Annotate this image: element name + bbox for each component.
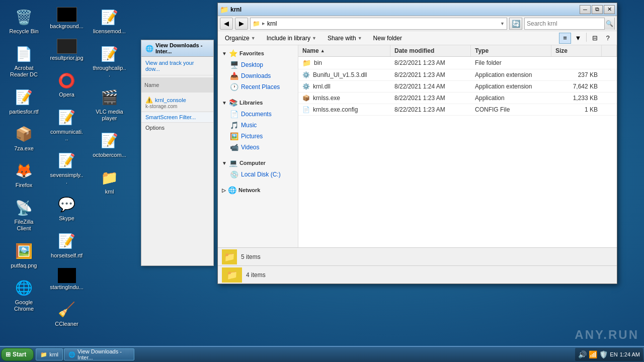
back-button[interactable]: ◀ xyxy=(220,18,233,30)
sidebar-item-videos[interactable]: 📹 Videos xyxy=(218,142,298,153)
exe-icon: 📦 xyxy=(302,95,310,102)
address-dropdown-icon[interactable]: ▼ xyxy=(500,21,505,26)
address-bar[interactable]: 📁 ▸ krnl ▼ xyxy=(250,18,507,30)
chrome-icon[interactable]: 🌐 Google Chrome xyxy=(5,276,43,314)
include-library-button[interactable]: Include in library ▼ xyxy=(263,34,320,43)
search-button[interactable]: 🔍 xyxy=(604,18,614,30)
pictures-icon: 🖼️ xyxy=(230,132,238,140)
ccleaner-label: CCleaner xyxy=(55,321,78,327)
resultprior-icon[interactable]: resultprior.jpg xyxy=(48,37,86,63)
videos-icon: 📹 xyxy=(230,143,238,151)
sidebar-libraries-header[interactable]: ▼ 📚 Libraries xyxy=(218,97,298,109)
horseitself-icon[interactable]: 📝 horseitself.rtf xyxy=(48,229,86,261)
table-row[interactable]: ⚙️ Bunifu_UI_v1.5.3.dll 8/22/2021 1:23 A… xyxy=(298,69,617,81)
file-date-cell: 8/22/2021 1:23 AM xyxy=(390,104,471,115)
throughcalip-icon[interactable]: 📝 throughcalip... xyxy=(91,42,128,80)
sidebar-item-pictures[interactable]: 🖼️ Pictures xyxy=(218,131,298,142)
include-library-chevron: ▼ xyxy=(312,36,316,41)
documents-icon: 📄 xyxy=(230,110,238,118)
sidebar-computer-header[interactable]: ▼ 💻 Computer xyxy=(218,157,298,169)
sidebar-favorites-header[interactable]: ▼ ⭐ Favorites xyxy=(218,47,298,59)
downloads-item[interactable]: ⚠️ krnl_console k-storage.com xyxy=(141,95,213,112)
table-row[interactable]: 📁 bin 8/22/2021 1:23 AM File folder xyxy=(298,57,617,69)
skype-icon[interactable]: 💬 Skype xyxy=(48,192,86,224)
sidebar-divider2 xyxy=(218,153,298,157)
organize-button[interactable]: Organize ▼ xyxy=(221,34,260,43)
close-button[interactable]: ✕ xyxy=(604,5,615,14)
options-btn[interactable]: Options xyxy=(141,122,213,133)
sidebar-item-documents[interactable]: 📄 Documents xyxy=(218,109,298,120)
column-type[interactable]: Type xyxy=(471,45,551,56)
minimize-button[interactable]: ─ xyxy=(580,5,591,14)
share-with-button[interactable]: Share with ▼ xyxy=(324,34,366,43)
column-extra xyxy=(602,45,617,56)
speaker-icon[interactable]: 🔊 xyxy=(578,350,587,358)
refresh-button[interactable]: 🔄 xyxy=(509,18,522,30)
column-size[interactable]: Size xyxy=(551,45,602,56)
file-name-cell: 📄 krnlss.exe.config xyxy=(298,104,390,115)
details-view-button[interactable]: ≡ xyxy=(559,33,571,44)
communication-icon[interactable]: 📝 communicati... xyxy=(48,106,86,144)
acrobat-icon[interactable]: 📄 Acrobat Reader DC xyxy=(5,42,43,80)
column-date[interactable]: Date modified xyxy=(390,45,471,56)
ccleaner-icon[interactable]: 🧹 CCleaner xyxy=(48,298,86,329)
restore-button[interactable]: ⧉ xyxy=(592,5,603,14)
file-size-cell: 7,642 KB xyxy=(551,81,602,92)
sidebar-item-recent-places[interactable]: 🕐 Recent Places xyxy=(218,81,298,93)
status-items-count: 5 items xyxy=(241,253,261,260)
ie-icon: 🌐 xyxy=(145,45,153,52)
downloads-toolbar: Name xyxy=(141,77,213,93)
downloads-panel-header[interactable]: 🌐 View Downloads - Inter... xyxy=(141,40,213,57)
network-tray-icon[interactable]: 📶 xyxy=(589,350,597,358)
file-size-cell: 237 KB xyxy=(551,69,602,80)
preview-pane-button[interactable]: ⊟ xyxy=(589,33,601,44)
startingind-label: startingIndu... xyxy=(50,284,84,291)
krnl-desktop-icon[interactable]: 📁 krnl xyxy=(91,165,128,197)
background-icon[interactable]: background... xyxy=(48,5,86,32)
file-type-cell: Application extension xyxy=(471,81,551,92)
column-name[interactable]: Name ▲ xyxy=(298,45,390,56)
table-row[interactable]: 📄 krnlss.exe.config 8/22/2021 1:23 AM CO… xyxy=(298,104,617,116)
licensemod-icon[interactable]: 📝 licensemod... xyxy=(91,5,128,37)
taskbar-item-downloads[interactable]: 🌐 View Downloads - Inter... xyxy=(64,348,134,360)
table-row[interactable]: ⚙️ krnl.dll 8/22/2021 1:24 AM Applicatio… xyxy=(298,81,617,93)
shield-icon[interactable]: 🛡️ xyxy=(599,350,608,358)
octobercom-icon[interactable]: 📝 octobercom... xyxy=(91,129,128,160)
view-dropdown-button[interactable]: ▼ xyxy=(572,33,584,44)
7za-icon[interactable]: 📦 7za.exe xyxy=(5,122,43,154)
sidebar-item-local-disk[interactable]: 💿 Local Disk (C:) xyxy=(218,169,298,180)
table-row[interactable]: 📦 krnlss.exe 8/22/2021 1:23 AM Applicati… xyxy=(298,93,617,104)
forward-button[interactable]: ▶ xyxy=(235,18,248,30)
file-size-cell: 1 KB xyxy=(551,104,602,115)
secondary-toolbar: Organize ▼ Include in library ▼ Share wi… xyxy=(218,31,617,45)
sidebar-network-header[interactable]: ▷ 🌐 Network xyxy=(218,184,298,196)
startingind-icon[interactable]: startingIndu... xyxy=(48,266,86,293)
downloads-panel: 🌐 View Downloads - Inter... View and tra… xyxy=(141,40,214,266)
sevensimply-icon[interactable]: 📝 sevensimply... xyxy=(48,149,86,187)
filezilla-icon[interactable]: 📡 FileZilla Client xyxy=(5,196,43,234)
sidebar-item-music[interactable]: 🎵 Music xyxy=(218,120,298,131)
search-input[interactable] xyxy=(525,20,604,27)
opera-icon[interactable]: ⭕ Opera xyxy=(48,68,86,100)
sidebar: ▼ ⭐ Favorites 🖥️ Desktop 📥 Downloads 🕐 R… xyxy=(218,45,298,247)
start-button[interactable]: ⊞ Start xyxy=(1,348,34,361)
taskbar-tray: 🔊 📶 🛡️ EN 1:24 AM xyxy=(575,348,643,361)
taskbar-item-krnl[interactable]: 📁 krnl xyxy=(36,348,63,360)
new-folder-button[interactable]: New folder xyxy=(369,34,406,43)
system-clock[interactable]: 1:24 AM xyxy=(620,351,640,357)
share-with-chevron: ▼ xyxy=(358,36,362,41)
vlc-icon[interactable]: 🎬 VLC media player xyxy=(91,85,128,124)
download-item-icon: ⚠️ xyxy=(145,97,153,104)
sidebar-item-downloads[interactable]: 📥 Downloads xyxy=(218,70,298,81)
recycle-bin-icon[interactable]: 🗑️ Recycle Bin xyxy=(5,5,43,37)
sidebar-item-desktop[interactable]: 🖥️ Desktop xyxy=(218,59,298,70)
putfaq-icon[interactable]: 🖼️ putfaq.png xyxy=(5,239,43,271)
status-items-count2: 4 items xyxy=(246,272,266,279)
taskbar-ie-icon: 🌐 xyxy=(68,351,75,358)
recycle-bin-label: Recycle Bin xyxy=(9,28,38,35)
help-button[interactable]: ? xyxy=(602,33,614,44)
firefox-icon[interactable]: 🦊 Firefox xyxy=(5,159,43,191)
smartscreen-filter-btn[interactable]: SmartScreen Filter... xyxy=(141,112,213,122)
partiesfor-icon[interactable]: 📝 partiesfor.rtf xyxy=(5,85,43,117)
explorer-title: krnl xyxy=(230,6,580,13)
